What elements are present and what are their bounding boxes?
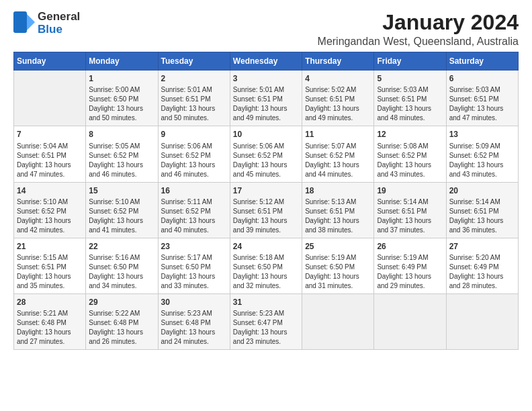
cell-line: Sunset: 6:51 PM [17, 263, 83, 272]
day-number: 3 [233, 73, 299, 84]
cell-line: and 47 minutes. [449, 113, 515, 123]
header-cell-wednesday: Wednesday [230, 52, 302, 71]
day-number: 25 [305, 241, 371, 252]
cell-line: Daylight: 13 hours [449, 216, 515, 226]
calendar-cell: 8Sunrise: 5:05 AMSunset: 6:52 PMDaylight… [86, 126, 158, 182]
calendar-cell: 26Sunrise: 5:19 AMSunset: 6:49 PMDayligh… [374, 238, 446, 293]
calendar-cell: 2Sunrise: 5:01 AMSunset: 6:51 PMDaylight… [158, 71, 230, 126]
cell-line: Sunrise: 5:16 AM [89, 253, 154, 263]
main-title: January 2024 [318, 11, 519, 34]
svg-marker-1 [27, 14, 35, 30]
cell-line: Sunrise: 5:11 AM [161, 197, 227, 207]
day-number: 23 [161, 241, 227, 252]
cell-line: Sunrise: 5:21 AM [17, 309, 83, 318]
cell-line: Sunrise: 5:17 AM [161, 253, 227, 263]
calendar-cell: 17Sunrise: 5:12 AMSunset: 6:51 PMDayligh… [230, 182, 302, 238]
cell-line: Daylight: 13 hours [161, 216, 227, 226]
day-number: 29 [89, 297, 154, 308]
cell-line: Sunset: 6:51 PM [17, 151, 83, 161]
cell-line: and 39 minutes. [233, 226, 299, 235]
header-cell-thursday: Thursday [302, 52, 374, 71]
calendar-cell: 24Sunrise: 5:18 AMSunset: 6:50 PMDayligh… [230, 238, 302, 293]
cell-line: and 27 minutes. [17, 337, 83, 347]
calendar-cell: 5Sunrise: 5:03 AMSunset: 6:51 PMDaylight… [374, 71, 446, 126]
calendar-cell: 27Sunrise: 5:20 AMSunset: 6:49 PMDayligh… [446, 238, 518, 293]
day-number: 12 [377, 129, 443, 140]
calendar-cell: 11Sunrise: 5:07 AMSunset: 6:52 PMDayligh… [302, 126, 374, 182]
cell-line: Sunrise: 5:10 AM [89, 197, 154, 207]
cell-line: Daylight: 13 hours [17, 328, 83, 337]
cell-line: Daylight: 13 hours [89, 216, 154, 226]
calendar-cell [302, 293, 374, 349]
cell-line: Sunrise: 5:09 AM [449, 142, 515, 151]
cell-line: Daylight: 13 hours [161, 161, 227, 170]
page: General Blue January 2024 Meringandan We… [0, 0, 532, 411]
header-row: SundayMondayTuesdayWednesdayThursdayFrid… [14, 52, 519, 71]
cell-line: Daylight: 13 hours [377, 161, 443, 170]
cell-line: Sunrise: 5:23 AM [161, 309, 227, 318]
cell-line: Sunset: 6:52 PM [449, 151, 515, 161]
cell-line: Sunrise: 5:08 AM [377, 142, 443, 151]
cell-line: Daylight: 13 hours [449, 272, 515, 281]
cell-line: Daylight: 13 hours [89, 104, 154, 113]
cell-line: Daylight: 13 hours [233, 161, 299, 170]
cell-line: Daylight: 13 hours [89, 328, 154, 337]
cell-line: Daylight: 13 hours [161, 104, 227, 113]
cell-line: Daylight: 13 hours [305, 216, 371, 226]
cell-line: and 44 minutes. [305, 170, 371, 179]
cell-line: and 23 minutes. [233, 337, 299, 347]
cell-line: Sunset: 6:52 PM [89, 151, 154, 161]
cell-line: Sunrise: 5:03 AM [449, 85, 515, 95]
cell-line: and 38 minutes. [305, 226, 371, 235]
day-number: 31 [233, 297, 299, 308]
calendar-cell: 9Sunrise: 5:06 AMSunset: 6:52 PMDaylight… [158, 126, 230, 182]
cell-line: and 26 minutes. [89, 337, 154, 347]
cell-line: and 46 minutes. [161, 170, 227, 179]
cell-line: Sunset: 6:51 PM [377, 95, 443, 104]
cell-line: Sunset: 6:48 PM [89, 318, 154, 328]
week-row-5: 28Sunrise: 5:21 AMSunset: 6:48 PMDayligh… [14, 293, 519, 349]
calendar-cell: 14Sunrise: 5:10 AMSunset: 6:52 PMDayligh… [14, 182, 86, 238]
cell-line: Sunset: 6:51 PM [305, 207, 371, 216]
cell-line: Sunset: 6:50 PM [161, 263, 227, 272]
day-number: 28 [17, 297, 83, 308]
day-number: 24 [233, 241, 299, 252]
calendar-cell: 12Sunrise: 5:08 AMSunset: 6:52 PMDayligh… [374, 126, 446, 182]
day-number: 27 [449, 241, 515, 252]
cell-line: Sunrise: 5:00 AM [89, 85, 154, 95]
calendar-table: SundayMondayTuesdayWednesdayThursdayFrid… [13, 52, 519, 350]
calendar-cell: 13Sunrise: 5:09 AMSunset: 6:52 PMDayligh… [446, 126, 518, 182]
week-row-1: 1Sunrise: 5:00 AMSunset: 6:50 PMDaylight… [14, 71, 519, 126]
cell-line: Sunset: 6:51 PM [449, 95, 515, 104]
calendar-cell: 4Sunrise: 5:02 AMSunset: 6:51 PMDaylight… [302, 71, 374, 126]
calendar-cell: 22Sunrise: 5:16 AMSunset: 6:50 PMDayligh… [86, 238, 158, 293]
cell-line: and 50 minutes. [89, 113, 154, 123]
day-number: 2 [161, 73, 227, 84]
cell-line: Sunrise: 5:23 AM [233, 309, 299, 318]
logo: General Blue [13, 11, 80, 36]
cell-line: and 49 minutes. [233, 113, 299, 123]
day-number: 20 [449, 185, 515, 196]
cell-line: Sunrise: 5:14 AM [377, 197, 443, 207]
logo-icon [13, 11, 35, 36]
cell-line: Sunset: 6:52 PM [161, 207, 227, 216]
cell-line: and 33 minutes. [161, 281, 227, 291]
day-number: 5 [377, 73, 443, 84]
cell-line: Sunset: 6:50 PM [305, 263, 371, 272]
cell-line: Sunset: 6:50 PM [89, 263, 154, 272]
logo-blue: Blue [38, 24, 80, 36]
cell-line: and 24 minutes. [161, 337, 227, 347]
day-number: 16 [161, 185, 227, 196]
day-number: 11 [305, 129, 371, 140]
header-cell-tuesday: Tuesday [158, 52, 230, 71]
week-row-4: 21Sunrise: 5:15 AMSunset: 6:51 PMDayligh… [14, 238, 519, 293]
cell-line: Daylight: 13 hours [233, 328, 299, 337]
cell-line: Sunset: 6:52 PM [233, 151, 299, 161]
title-block: January 2024 Meringandan West, Queenslan… [318, 11, 519, 48]
cell-line: Sunrise: 5:07 AM [305, 142, 371, 151]
header-cell-monday: Monday [86, 52, 158, 71]
header-cell-friday: Friday [374, 52, 446, 71]
calendar-cell [14, 71, 86, 126]
cell-line: Sunrise: 5:15 AM [17, 253, 83, 263]
week-row-3: 14Sunrise: 5:10 AMSunset: 6:52 PMDayligh… [14, 182, 519, 238]
